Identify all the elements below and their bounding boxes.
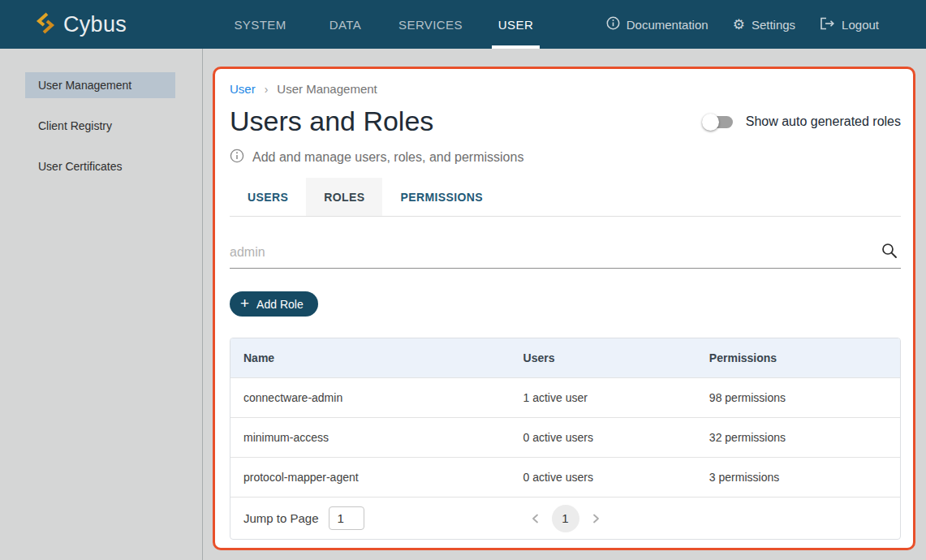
sidebar-item-client-registry[interactable]: Client Registry (25, 113, 175, 139)
search-input[interactable] (230, 236, 872, 268)
pagination-row: Jump to Page 1 (230, 497, 900, 539)
breadcrumb-current: User Management (277, 82, 377, 96)
table-row[interactable]: protocol-mapper-agent 0 active users 3 p… (230, 457, 900, 497)
column-header-name: Name (230, 351, 523, 364)
info-circle-icon (606, 16, 620, 32)
documentation-label: Documentation (627, 18, 708, 32)
primary-nav: SYSTEM DATA SERVICES USER (218, 0, 558, 49)
table-header-row: Name Users Permissions (230, 338, 900, 377)
top-navbar: Cybus SYSTEM DATA SERVICES USER Document… (0, 0, 926, 49)
cybus-logo-icon (36, 11, 55, 38)
jump-to-page-input[interactable] (329, 506, 364, 530)
nav-tab-system[interactable]: SYSTEM (218, 0, 303, 49)
page-subtitle: Add and manage users, roles, and permiss… (252, 150, 523, 165)
main-area: User › User Management Users and Roles S… (203, 49, 926, 560)
sidebar-item-user-certificates[interactable]: User Certificates (25, 153, 175, 179)
auto-roles-toggle[interactable] (702, 113, 734, 131)
content-panel-highlighted: User › User Management Users and Roles S… (213, 67, 915, 550)
role-name-cell: minimum-access (230, 431, 523, 444)
tab-users[interactable]: USERS (230, 178, 306, 216)
tab-permissions[interactable]: PERMISSIONS (382, 178, 501, 216)
auto-roles-toggle-label: Show auto generated roles (746, 114, 901, 129)
page-number-current[interactable]: 1 (552, 505, 579, 532)
documentation-link[interactable]: Documentation (606, 16, 708, 32)
column-header-users: Users (523, 351, 709, 364)
tab-roles[interactable]: ROLES (306, 178, 382, 216)
settings-label: Settings (752, 18, 795, 32)
add-role-label: Add Role (256, 298, 304, 311)
column-header-permissions: Permissions (709, 351, 900, 364)
nav-tab-services[interactable]: SERVICES (388, 0, 473, 49)
jump-to-page-label: Jump to Page (243, 511, 319, 525)
brand[interactable]: Cybus (0, 0, 203, 49)
role-users-cell: 0 active users (523, 431, 709, 444)
logout-label: Logout (842, 18, 879, 32)
nav-tab-user[interactable]: USER (473, 0, 558, 49)
search-icon[interactable] (881, 243, 898, 262)
settings-button[interactable]: ⚙ Settings (733, 18, 795, 32)
role-permissions-cell: 3 permissions (709, 471, 900, 484)
toggle-thumb (702, 114, 719, 131)
navbar-actions: Documentation ⚙ Settings Logout (606, 0, 926, 49)
info-circle-icon (230, 149, 244, 166)
roles-table: Name Users Permissions connectware-admin… (230, 338, 901, 540)
table-row[interactable]: connectware-admin 1 active user 98 permi… (230, 377, 900, 417)
search-field-wrap (230, 236, 901, 269)
role-users-cell: 0 active users (523, 471, 709, 484)
logout-icon (820, 17, 835, 32)
nav-tab-data[interactable]: DATA (303, 0, 388, 49)
chevron-right-icon[interactable] (591, 514, 601, 523)
add-role-button[interactable]: + Add Role (230, 291, 318, 317)
brand-name: Cybus (63, 12, 127, 37)
sidebar-item-user-management[interactable]: User Management (25, 72, 175, 98)
page-header: Users and Roles Show auto generated role… (230, 106, 901, 137)
page-subtitle-row: Add and manage users, roles, and permiss… (230, 149, 901, 166)
logout-button[interactable]: Logout (820, 17, 879, 32)
breadcrumb-separator-icon: › (265, 83, 269, 96)
role-permissions-cell: 32 permissions (709, 431, 900, 444)
role-name-cell: protocol-mapper-agent (230, 471, 523, 484)
role-permissions-cell: 98 permissions (709, 391, 900, 404)
breadcrumb: User › User Management (230, 82, 901, 96)
chevron-left-icon[interactable] (531, 514, 541, 523)
breadcrumb-link-user[interactable]: User (230, 82, 256, 96)
role-users-cell: 1 active user (523, 391, 709, 404)
plus-icon: + (240, 295, 249, 311)
app-body: User Management Client Registry User Cer… (0, 49, 926, 560)
sidebar: User Management Client Registry User Cer… (0, 49, 203, 560)
pager: 1 (531, 505, 601, 532)
auto-roles-toggle-group: Show auto generated roles (702, 113, 901, 131)
section-tabs: USERS ROLES PERMISSIONS (230, 178, 901, 217)
gear-icon: ⚙ (733, 18, 745, 32)
table-row[interactable]: minimum-access 0 active users 32 permiss… (230, 417, 900, 457)
page-title: Users and Roles (230, 106, 433, 137)
role-name-cell: connectware-admin (230, 391, 523, 404)
